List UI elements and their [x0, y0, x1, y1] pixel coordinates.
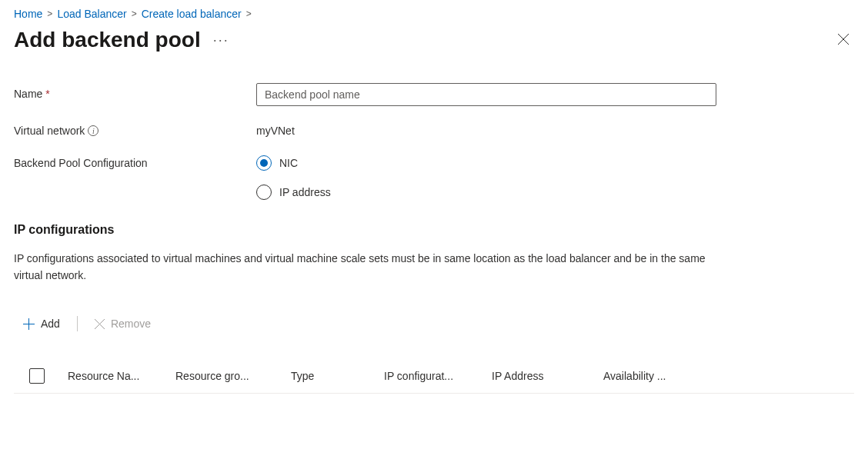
toolbar: Add Remove: [14, 314, 854, 333]
column-resource-group[interactable]: Resource gro...: [175, 370, 291, 382]
form-row-name: Name *: [14, 83, 854, 106]
page-header: Add backend pool ···: [14, 28, 854, 52]
column-availability[interactable]: Availability ...: [603, 370, 711, 382]
table-header: Resource Na... Resource gro... Type IP c…: [14, 361, 854, 394]
add-button[interactable]: Add: [18, 314, 65, 333]
x-icon: [95, 319, 105, 329]
name-input[interactable]: [256, 83, 716, 106]
chevron-right-icon: >: [246, 8, 252, 19]
breadcrumb: Home > Load Balancer > Create load balan…: [14, 8, 854, 20]
required-indicator: *: [45, 88, 49, 100]
form-row-backend-config: Backend Pool Configuration NIC IP addres…: [14, 152, 854, 200]
page-title: Add backend pool: [14, 28, 201, 52]
backend-config-label: Backend Pool Configuration: [14, 152, 256, 169]
close-icon: [837, 33, 850, 45]
breadcrumb-load-balancer[interactable]: Load Balancer: [57, 8, 126, 20]
radio-nic[interactable]: NIC: [256, 155, 331, 171]
remove-label: Remove: [111, 318, 151, 330]
remove-button[interactable]: Remove: [90, 314, 155, 333]
radio-ip-label: IP address: [279, 186, 331, 198]
name-label: Name *: [14, 83, 256, 100]
breadcrumb-create-load-balancer[interactable]: Create load balancer: [142, 8, 242, 20]
radio-icon-selected: [256, 155, 272, 171]
chevron-right-icon: >: [132, 8, 137, 19]
more-icon[interactable]: ···: [210, 29, 232, 52]
column-ip-config[interactable]: IP configurat...: [384, 370, 492, 382]
breadcrumb-home[interactable]: Home: [14, 8, 42, 20]
section-description: IP configurations associated to virtual …: [14, 251, 714, 284]
radio-icon-unselected: [256, 185, 272, 200]
plus-icon: [23, 318, 35, 330]
vnet-value: myVNet: [256, 120, 295, 137]
radio-nic-label: NIC: [279, 157, 298, 169]
form-row-vnet: Virtual network i myVNet: [14, 120, 854, 137]
info-icon[interactable]: i: [88, 125, 98, 136]
column-resource-name[interactable]: Resource Na...: [68, 370, 175, 382]
chevron-right-icon: >: [47, 8, 52, 19]
add-label: Add: [41, 318, 60, 330]
column-type[interactable]: Type: [291, 370, 384, 382]
radio-ip-address[interactable]: IP address: [256, 185, 331, 200]
vnet-label: Virtual network i: [14, 120, 256, 137]
select-all-checkbox[interactable]: [29, 368, 45, 384]
section-title-ip-config: IP configurations: [14, 223, 854, 237]
close-button[interactable]: [833, 28, 854, 52]
toolbar-separator: [77, 316, 78, 331]
column-ip-address[interactable]: IP Address: [492, 370, 603, 382]
